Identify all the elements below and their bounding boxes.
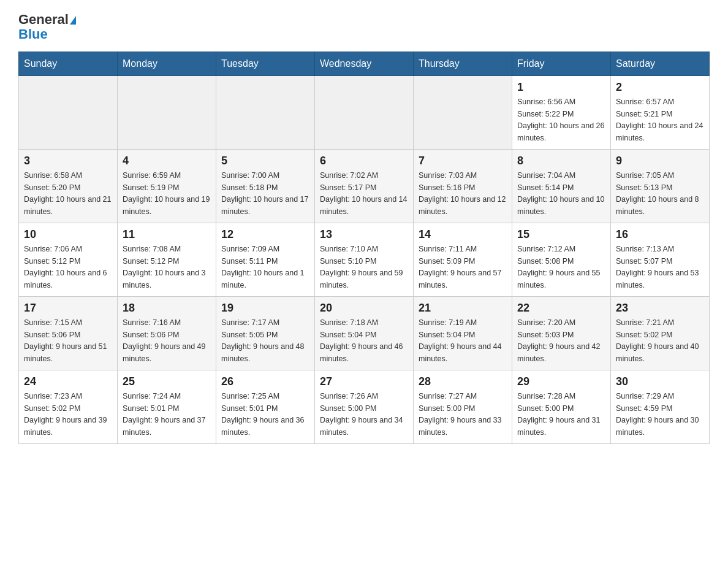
calendar-table: SundayMondayTuesdayWednesdayThursdayFrid… [18,52,710,444]
day-number: 3 [24,155,112,167]
calendar-day-cell: 15Sunrise: 7:12 AM Sunset: 5:08 PM Dayli… [512,223,611,297]
calendar-week-row: 3Sunrise: 6:58 AM Sunset: 5:20 PM Daylig… [19,150,710,223]
day-number: 26 [221,375,309,388]
day-info: Sunrise: 7:25 AM Sunset: 5:01 PM Dayligh… [221,391,309,439]
day-number: 15 [517,228,605,241]
calendar-day-cell: 21Sunrise: 7:19 AM Sunset: 5:04 PM Dayli… [414,297,512,370]
calendar-day-cell [216,76,315,150]
day-info: Sunrise: 7:02 AM Sunset: 5:17 PM Dayligh… [320,170,408,218]
day-number: 6 [320,155,408,167]
day-info: Sunrise: 7:18 AM Sunset: 5:04 PM Dayligh… [320,317,408,365]
day-number: 10 [24,228,112,241]
calendar-week-row: 17Sunrise: 7:15 AM Sunset: 5:06 PM Dayli… [19,297,710,370]
calendar-day-cell [19,76,118,150]
day-number: 8 [517,155,605,167]
day-number: 9 [616,155,704,167]
calendar-day-cell: 3Sunrise: 6:58 AM Sunset: 5:20 PM Daylig… [19,150,118,223]
day-info: Sunrise: 7:29 AM Sunset: 4:59 PM Dayligh… [616,391,704,439]
day-number: 4 [123,155,211,167]
calendar-week-row: 24Sunrise: 7:23 AM Sunset: 5:02 PM Dayli… [19,370,710,444]
calendar-day-cell: 6Sunrise: 7:02 AM Sunset: 5:17 PM Daylig… [315,150,414,223]
calendar-day-cell: 8Sunrise: 7:04 AM Sunset: 5:14 PM Daylig… [512,150,611,223]
calendar-day-cell: 16Sunrise: 7:13 AM Sunset: 5:07 PM Dayli… [611,223,710,297]
day-number: 1 [517,81,605,94]
calendar-day-cell: 27Sunrise: 7:26 AM Sunset: 5:00 PM Dayli… [315,370,414,444]
day-number: 14 [419,228,507,241]
day-info: Sunrise: 7:19 AM Sunset: 5:04 PM Dayligh… [419,317,507,365]
day-of-week-header: Sunday [19,52,118,76]
day-of-week-header: Monday [118,52,216,76]
day-info: Sunrise: 6:56 AM Sunset: 5:22 PM Dayligh… [517,96,605,144]
day-info: Sunrise: 7:15 AM Sunset: 5:06 PM Dayligh… [24,317,112,365]
day-number: 16 [616,228,704,241]
day-number: 18 [123,302,211,315]
logo: GeneralBlue [18,12,76,42]
calendar-day-cell: 25Sunrise: 7:24 AM Sunset: 5:01 PM Dayli… [118,370,216,444]
day-of-week-header: Thursday [414,52,512,76]
calendar-day-cell: 24Sunrise: 7:23 AM Sunset: 5:02 PM Dayli… [19,370,118,444]
calendar-week-row: 1Sunrise: 6:56 AM Sunset: 5:22 PM Daylig… [19,76,710,150]
day-number: 28 [419,375,507,388]
calendar-day-cell [118,76,216,150]
day-number: 30 [616,375,704,388]
day-of-week-header: Wednesday [315,52,414,76]
calendar-day-cell: 29Sunrise: 7:28 AM Sunset: 5:00 PM Dayli… [512,370,611,444]
day-info: Sunrise: 7:21 AM Sunset: 5:02 PM Dayligh… [616,317,704,365]
calendar-day-cell: 4Sunrise: 6:59 AM Sunset: 5:19 PM Daylig… [118,150,216,223]
day-info: Sunrise: 7:03 AM Sunset: 5:16 PM Dayligh… [419,170,507,218]
calendar-day-cell: 19Sunrise: 7:17 AM Sunset: 5:05 PM Dayli… [216,297,315,370]
day-number: 19 [221,302,309,315]
day-number: 17 [24,302,112,315]
day-info: Sunrise: 7:06 AM Sunset: 5:12 PM Dayligh… [24,243,112,291]
calendar-day-cell: 5Sunrise: 7:00 AM Sunset: 5:18 PM Daylig… [216,150,315,223]
day-number: 25 [123,375,211,388]
day-info: Sunrise: 7:11 AM Sunset: 5:09 PM Dayligh… [419,243,507,291]
calendar-day-cell: 7Sunrise: 7:03 AM Sunset: 5:16 PM Daylig… [414,150,512,223]
calendar-day-cell: 13Sunrise: 7:10 AM Sunset: 5:10 PM Dayli… [315,223,414,297]
day-info: Sunrise: 7:23 AM Sunset: 5:02 PM Dayligh… [24,391,112,439]
day-info: Sunrise: 6:59 AM Sunset: 5:19 PM Dayligh… [123,170,211,218]
day-info: Sunrise: 7:26 AM Sunset: 5:00 PM Dayligh… [320,391,408,439]
calendar-day-cell: 23Sunrise: 7:21 AM Sunset: 5:02 PM Dayli… [611,297,710,370]
logo-text: GeneralBlue [18,12,76,42]
day-info: Sunrise: 7:08 AM Sunset: 5:12 PM Dayligh… [123,243,211,291]
day-number: 23 [616,302,704,315]
day-info: Sunrise: 7:16 AM Sunset: 5:06 PM Dayligh… [123,317,211,365]
calendar-day-cell: 28Sunrise: 7:27 AM Sunset: 5:00 PM Dayli… [414,370,512,444]
calendar-day-cell: 20Sunrise: 7:18 AM Sunset: 5:04 PM Dayli… [315,297,414,370]
day-info: Sunrise: 7:17 AM Sunset: 5:05 PM Dayligh… [221,317,309,365]
calendar-day-cell: 9Sunrise: 7:05 AM Sunset: 5:13 PM Daylig… [611,150,710,223]
day-of-week-header: Tuesday [216,52,315,76]
day-info: Sunrise: 6:58 AM Sunset: 5:20 PM Dayligh… [24,170,112,218]
day-info: Sunrise: 7:20 AM Sunset: 5:03 PM Dayligh… [517,317,605,365]
day-info: Sunrise: 7:27 AM Sunset: 5:00 PM Dayligh… [419,391,507,439]
day-info: Sunrise: 7:05 AM Sunset: 5:13 PM Dayligh… [616,170,704,218]
calendar-day-cell: 1Sunrise: 6:56 AM Sunset: 5:22 PM Daylig… [512,76,611,150]
day-number: 11 [123,228,211,241]
day-info: Sunrise: 7:10 AM Sunset: 5:10 PM Dayligh… [320,243,408,291]
day-number: 2 [616,81,704,94]
day-info: Sunrise: 7:09 AM Sunset: 5:11 PM Dayligh… [221,243,309,291]
day-of-week-header: Saturday [611,52,710,76]
day-number: 13 [320,228,408,241]
day-number: 24 [24,375,112,388]
calendar-day-cell: 18Sunrise: 7:16 AM Sunset: 5:06 PM Dayli… [118,297,216,370]
day-info: Sunrise: 7:28 AM Sunset: 5:00 PM Dayligh… [517,391,605,439]
day-info: Sunrise: 7:13 AM Sunset: 5:07 PM Dayligh… [616,243,704,291]
day-number: 27 [320,375,408,388]
calendar-week-row: 10Sunrise: 7:06 AM Sunset: 5:12 PM Dayli… [19,223,710,297]
page-header: GeneralBlue [18,12,710,42]
day-number: 12 [221,228,309,241]
calendar-day-cell: 17Sunrise: 7:15 AM Sunset: 5:06 PM Dayli… [19,297,118,370]
calendar-day-cell [414,76,512,150]
day-info: Sunrise: 7:12 AM Sunset: 5:08 PM Dayligh… [517,243,605,291]
day-number: 7 [419,155,507,167]
day-info: Sunrise: 7:24 AM Sunset: 5:01 PM Dayligh… [123,391,211,439]
day-info: Sunrise: 7:00 AM Sunset: 5:18 PM Dayligh… [221,170,309,218]
calendar-day-cell: 30Sunrise: 7:29 AM Sunset: 4:59 PM Dayli… [611,370,710,444]
calendar-day-cell: 26Sunrise: 7:25 AM Sunset: 5:01 PM Dayli… [216,370,315,444]
day-number: 20 [320,302,408,315]
day-info: Sunrise: 6:57 AM Sunset: 5:21 PM Dayligh… [616,96,704,144]
calendar-day-cell: 14Sunrise: 7:11 AM Sunset: 5:09 PM Dayli… [414,223,512,297]
day-number: 21 [419,302,507,315]
